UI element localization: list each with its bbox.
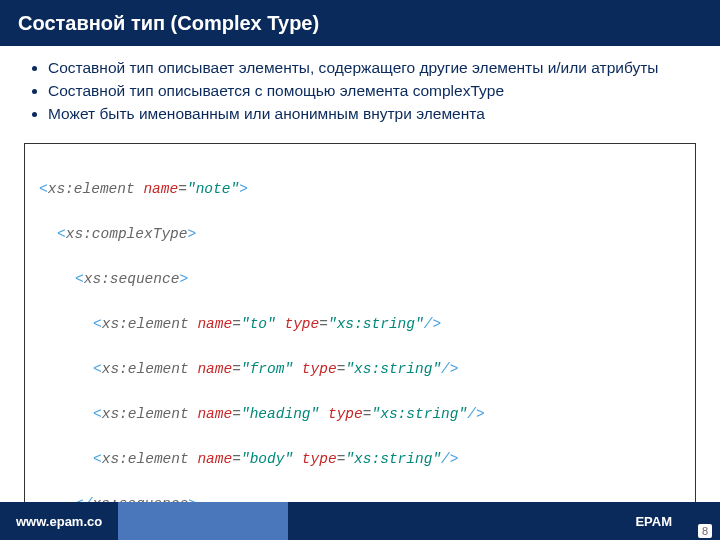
footer-spacer [288,502,635,540]
footer-url: www.epam.co [0,502,118,540]
footer-accent-block [118,502,288,540]
slide-title: Составной тип (Complex Type) [18,12,319,35]
page-number: 8 [698,524,712,538]
slide-title-bar: Составной тип (Complex Type) [0,0,720,46]
bullet-item: Может быть именованным или анонимным вну… [48,104,696,125]
bullet-list: Составной тип описывает элементы, содерж… [24,58,696,125]
code-example: <xs:element name="note"> <xs:complexType… [24,143,696,540]
slide-content: Составной тип описывает элементы, содерж… [0,46,720,540]
bullet-item: Составной тип описывается с помощью элем… [48,81,696,102]
footer-bar: www.epam.co EPAM [0,502,720,540]
bullet-item: Составной тип описывает элементы, содерж… [48,58,696,79]
